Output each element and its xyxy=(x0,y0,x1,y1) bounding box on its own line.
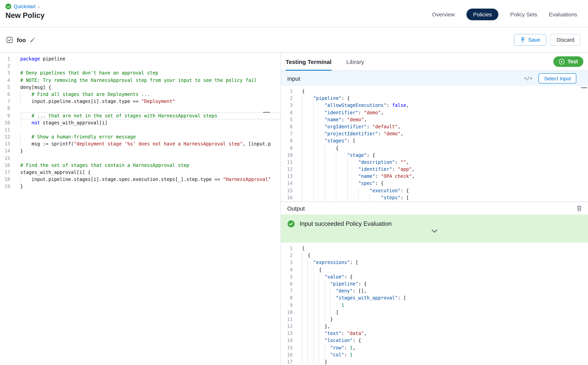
line-number: 4 xyxy=(0,77,10,84)
app-root: Quickstart › New Policy Overview Policie… xyxy=(0,0,588,365)
line-number: 13 xyxy=(281,173,293,180)
code-line: 6"orgIdentifier": "default", xyxy=(281,123,588,130)
tab-label: Library xyxy=(346,58,364,65)
edit-pencil-icon[interactable] xyxy=(30,37,36,43)
code-line: 14} xyxy=(0,147,280,154)
code-line: 15 xyxy=(0,154,280,162)
tab-library[interactable]: Library xyxy=(346,53,364,70)
discard-button[interactable]: Discard xyxy=(550,34,581,46)
output-json-code[interactable]: 1[2{3"expressions": [4{5"value": {6"pipe… xyxy=(281,245,588,365)
code-line: 15"row": 1, xyxy=(281,344,588,351)
select-input-button[interactable]: Select Input xyxy=(539,73,576,84)
code-line: 9{ xyxy=(281,144,588,152)
policy-toolbar: foo Save Discard xyxy=(0,27,588,53)
policy-check-icon xyxy=(6,36,13,43)
line-number: 1 xyxy=(0,55,10,62)
code-line: 1package pipeline xyxy=(0,55,280,62)
main-content: 1package pipeline23# Deny pipelines that… xyxy=(0,53,588,365)
play-icon xyxy=(559,59,565,64)
line-number: 1 xyxy=(281,88,293,95)
code-line: 13"text": "data", xyxy=(281,330,588,337)
code-line: 10] xyxy=(281,309,588,316)
output-title: Output xyxy=(287,205,305,211)
chevron-down-icon[interactable] xyxy=(431,229,438,233)
line-number: 17 xyxy=(281,358,293,365)
line-number: 2 xyxy=(281,252,293,259)
line-number: 4 xyxy=(281,109,293,116)
save-button[interactable]: Save xyxy=(514,34,547,46)
evaluation-success-banner: Input succeeded Policy Evaluation xyxy=(281,214,588,243)
code-line: 9# ... that are not in the set of stages… xyxy=(0,112,280,119)
page-title: New Policy xyxy=(6,11,45,20)
line-number: 2 xyxy=(281,95,293,102)
input-scrollbar-marker xyxy=(581,87,587,88)
line-number: 14 xyxy=(281,337,293,344)
line-number: 13 xyxy=(0,140,10,147)
policy-identity: foo xyxy=(6,36,36,43)
line-number: 16 xyxy=(0,162,10,169)
line-number: 2 xyxy=(0,62,10,70)
code-line: 18input.pipeline.stages[i].stage.spec.ex… xyxy=(0,176,280,183)
page-header: Quickstart › New Policy Overview Policie… xyxy=(0,0,588,27)
code-line: 2{ xyxy=(281,252,588,259)
code-line: 10not stages_with_approval[i] xyxy=(0,119,280,126)
code-line: 8"stages_with_approval": [ xyxy=(281,295,588,302)
tab-policies[interactable]: Policies xyxy=(466,9,499,20)
breadcrumb-quickstart-link[interactable]: Quickstart xyxy=(14,4,36,9)
input-json-code[interactable]: 1{2"pipeline": {3"allowStageExecutions":… xyxy=(281,88,588,201)
line-number: 5 xyxy=(0,84,10,91)
code-line: 11} xyxy=(281,316,588,323)
line-number: 14 xyxy=(281,180,293,187)
tab-label: Testing Terminal xyxy=(286,58,332,65)
code-line: 1{ xyxy=(281,88,588,95)
line-number: 10 xyxy=(0,119,10,126)
code-line: 5"value": { xyxy=(281,273,588,280)
line-number: 3 xyxy=(0,70,10,77)
code-icon[interactable]: </> xyxy=(524,76,532,81)
code-line: 8"stages": [ xyxy=(281,137,588,144)
code-line: 8 xyxy=(0,105,280,112)
tab-testing-terminal[interactable]: Testing Terminal xyxy=(286,53,332,70)
code-line: 11 xyxy=(0,126,280,133)
line-number: 11 xyxy=(0,126,10,133)
line-number: 4 xyxy=(281,266,293,273)
rego-editor[interactable]: 1package pipeline23# Deny pipelines that… xyxy=(0,53,280,365)
code-line: 7"deny": [], xyxy=(281,288,588,295)
trash-icon[interactable] xyxy=(576,205,582,211)
top-nav: Overview Policies Policy Sets Evaluation… xyxy=(432,4,577,21)
line-number: 7 xyxy=(281,288,293,295)
code-line: 2"pipeline": { xyxy=(281,95,588,102)
line-number: 17 xyxy=(0,169,10,176)
line-number: 6 xyxy=(281,280,293,288)
tab-evaluations[interactable]: Evaluations xyxy=(549,11,577,18)
line-number: 9 xyxy=(281,302,293,309)
terminal-tabs: Testing Terminal Library Test xyxy=(281,53,588,71)
input-json-editor[interactable]: 1{2"pipeline": {3"allowStageExecutions":… xyxy=(281,86,588,202)
output-json-viewer[interactable]: 1[2{3"expressions": [4{5"value": {6"pipe… xyxy=(281,243,588,365)
tab-policy-sets[interactable]: Policy Sets xyxy=(510,11,537,18)
rego-editor-code[interactable]: 1package pipeline23# Deny pipelines that… xyxy=(0,55,280,190)
line-number: 5 xyxy=(281,116,293,123)
code-line: 4{ xyxy=(281,266,588,273)
code-line: 16"col": 1 xyxy=(281,351,588,358)
line-number: 3 xyxy=(281,259,293,266)
line-number: 15 xyxy=(0,154,10,162)
breadcrumb: Quickstart › xyxy=(6,4,45,9)
code-line: 4"identifier": "demo", xyxy=(281,109,588,116)
line-number: 5 xyxy=(281,273,293,280)
line-number: 1 xyxy=(281,245,293,252)
tab-overview[interactable]: Overview xyxy=(432,11,455,18)
code-line: 13"name": "OPA check", xyxy=(281,173,588,180)
code-line: 91 xyxy=(281,302,588,309)
line-number: 9 xyxy=(0,112,10,119)
success-check-icon xyxy=(287,220,295,228)
line-number: 6 xyxy=(281,123,293,130)
project-icon xyxy=(6,4,11,9)
evaluation-status-message: Input succeeded Policy Evaluation xyxy=(300,220,392,227)
line-number: 6 xyxy=(0,91,10,98)
line-number: 18 xyxy=(0,176,10,183)
test-button[interactable]: Test xyxy=(553,56,583,67)
code-line: 12"identifier": "app", xyxy=(281,166,588,173)
code-line: 6"pipeline": { xyxy=(281,280,588,288)
line-number: 16 xyxy=(281,194,293,201)
